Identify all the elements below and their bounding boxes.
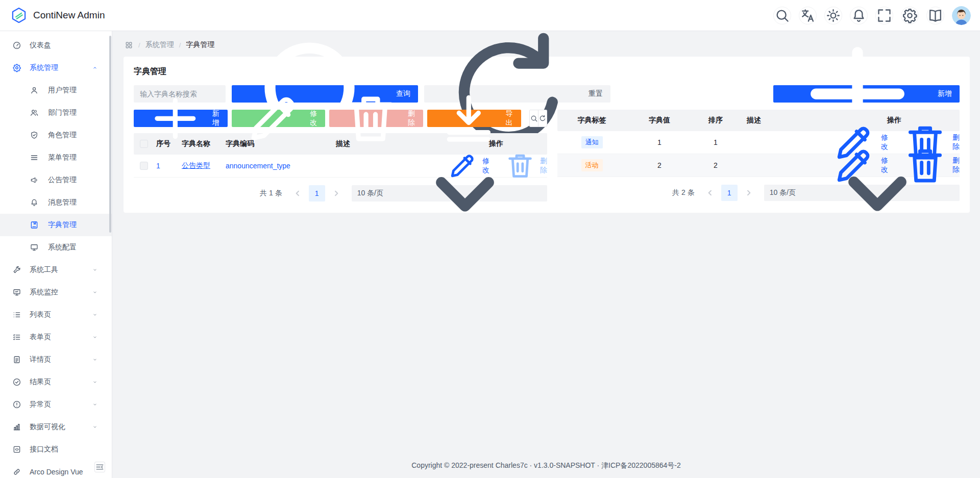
sidebar-item-data-visualization[interactable]: 数据可视化 xyxy=(0,416,112,438)
page-next-button[interactable] xyxy=(329,186,344,200)
select-all-checkbox[interactable] xyxy=(140,140,148,148)
sidebar-scrollbar[interactable] xyxy=(109,36,111,233)
total-count: 共 2 条 xyxy=(672,188,695,197)
sidebar-collapse-button[interactable] xyxy=(94,462,105,472)
menu-icon xyxy=(30,153,39,162)
chevron-down-icon xyxy=(801,116,954,269)
row-checkbox[interactable] xyxy=(140,162,148,170)
chevron-down-icon xyxy=(91,356,99,363)
sidebar-item-role-management[interactable]: 角色管理 xyxy=(0,124,112,146)
app-root: ContiNew Admin xyxy=(0,0,980,478)
chevron-right-icon xyxy=(742,186,756,200)
dict-item-panel: 字典标签 字典值 排序 描述 操作 通知 1 1 xyxy=(557,110,960,201)
header-cell: 排序 xyxy=(693,116,739,125)
breadcrumb-item-dict-management: 字典管理 xyxy=(186,40,214,49)
modify-dict-button[interactable]: 修改 xyxy=(232,110,326,127)
dict-pagination: 共 1 条 1 10 条/页 xyxy=(134,185,547,202)
sidebar-item-dashboard[interactable]: 仪表盘 xyxy=(0,34,112,57)
cell-sort: 2 xyxy=(693,161,739,169)
sidebar-item-system-monitor[interactable]: 系统监控 xyxy=(0,281,112,304)
apps-grid-icon[interactable] xyxy=(125,41,133,49)
page-number[interactable]: 1 xyxy=(309,185,325,202)
copyright-text: Copyright © 2022-present Charles7c · v1.… xyxy=(411,461,681,469)
dict-book-icon xyxy=(30,220,39,230)
chevron-down-icon xyxy=(91,401,99,408)
header-cell: 字典编码 xyxy=(226,139,336,148)
avatar[interactable] xyxy=(952,6,971,25)
page-prev-button[interactable] xyxy=(290,186,305,200)
page-number[interactable]: 1 xyxy=(721,185,738,201)
wrench-icon xyxy=(12,265,21,274)
header-cell: 字典标签 xyxy=(557,116,626,125)
desktop-icon xyxy=(30,243,39,252)
sidebar-item-form-page[interactable]: 表单页 xyxy=(0,326,112,348)
gear-icon xyxy=(12,63,21,72)
dict-name-link[interactable]: 公告类型 xyxy=(182,161,210,169)
cell-value: 1 xyxy=(626,138,693,146)
bar-chart-icon xyxy=(12,422,21,432)
sidebar-item-list-page[interactable]: 列表页 xyxy=(0,304,112,326)
warning-circle-icon xyxy=(12,400,21,409)
user-icon xyxy=(30,86,39,95)
sidebar-item-system-management[interactable]: 系统管理 xyxy=(0,57,112,79)
logo[interactable]: ContiNew Admin xyxy=(10,7,105,24)
sidebar-item-system-config[interactable]: 系统配置 xyxy=(0,236,112,259)
breadcrumb-item-system-management[interactable]: 系统管理 xyxy=(145,40,174,49)
footer: Copyright © 2022-present Charles7c · v1.… xyxy=(112,455,980,478)
sidebar-item-result-page[interactable]: 结果页 xyxy=(0,371,112,393)
sidebar-item-detail-page[interactable]: 详情页 xyxy=(0,348,112,371)
dict-panel: 新增 修改 删除 导出 xyxy=(134,110,547,202)
app-title: ContiNew Admin xyxy=(33,10,105,21)
total-count: 共 1 条 xyxy=(260,189,282,198)
page-prev-button[interactable] xyxy=(703,186,717,200)
add-dict-item-button[interactable]: 新增 xyxy=(773,85,960,103)
sidebar: 仪表盘 系统管理 用户管理 部门管理 角色管理 菜单管理 xyxy=(0,31,112,478)
users-icon xyxy=(30,108,39,117)
chevron-down-icon xyxy=(91,311,99,318)
cell-value: 2 xyxy=(626,161,693,169)
status-badge: 通知 xyxy=(581,136,603,148)
sidebar-item-dict-management[interactable]: 字典管理 xyxy=(0,214,112,236)
chevron-down-icon xyxy=(91,423,99,431)
header-cell: 字典名称 xyxy=(182,139,226,148)
code-doc-icon xyxy=(12,445,21,454)
file-icon xyxy=(12,355,21,364)
menu-fold-icon xyxy=(95,462,105,472)
chevron-left-icon xyxy=(290,186,305,200)
dashboard-icon xyxy=(12,41,21,50)
cell-label: 活动 xyxy=(557,159,626,171)
chevron-left-icon xyxy=(703,186,717,200)
sidebar-item-user-management[interactable]: 用户管理 xyxy=(0,79,112,102)
panels: 新增 修改 删除 导出 xyxy=(134,110,960,202)
cell-code[interactable]: announcement_type xyxy=(226,162,336,170)
sidebar-item-exception-page[interactable]: 异常页 xyxy=(0,393,112,416)
page-size-select[interactable]: 10 条/页 xyxy=(352,185,547,202)
chevron-down-icon xyxy=(91,289,99,296)
cell-name: 公告类型 xyxy=(182,161,226,170)
sidebar-item-announcement-management[interactable]: 公告管理 xyxy=(0,169,112,191)
chevron-down-icon xyxy=(388,117,542,270)
sidebar-item-system-tools[interactable]: 系统工具 xyxy=(0,259,112,281)
sidebar-item-message-management[interactable]: 消息管理 xyxy=(0,191,112,214)
sidebar-item-api-docs[interactable]: 接口文档 xyxy=(0,438,112,461)
header-cell xyxy=(134,140,154,148)
sidebar-item-menu-management[interactable]: 菜单管理 xyxy=(0,146,112,169)
item-pagination: 共 2 条 1 10 条/页 xyxy=(557,185,960,201)
header-cell: 序号 xyxy=(154,139,182,148)
cell-index[interactable]: 1 xyxy=(154,162,182,170)
shield-icon xyxy=(30,131,39,140)
chevron-down-icon xyxy=(91,334,99,341)
page-size-select[interactable]: 10 条/页 xyxy=(764,185,960,201)
cell-sort: 1 xyxy=(693,138,739,146)
logo-icon xyxy=(10,7,28,24)
checklist-icon xyxy=(12,333,21,342)
dict-management-card: 字典管理 查询 重置 新增 xyxy=(124,57,970,213)
breadcrumb-separator: / xyxy=(138,41,140,49)
add-dict-button[interactable]: 新增 xyxy=(134,110,228,127)
bell-icon xyxy=(30,198,39,207)
body-row: 仪表盘 系统管理 用户管理 部门管理 角色管理 菜单管理 xyxy=(0,31,980,478)
sidebar-item-dept-management[interactable]: 部门管理 xyxy=(0,102,112,124)
list-icon xyxy=(12,310,21,319)
page-next-button[interactable] xyxy=(742,186,756,200)
monitor-icon xyxy=(12,288,21,297)
